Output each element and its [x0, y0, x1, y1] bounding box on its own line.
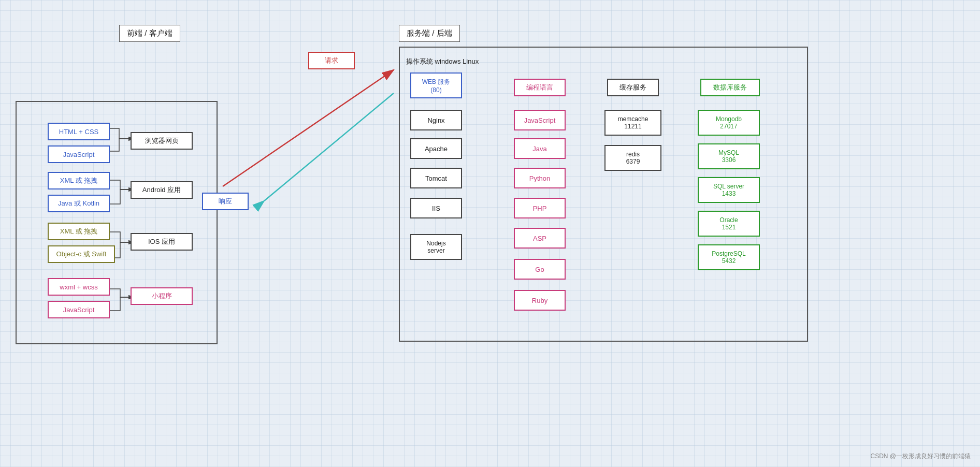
response-box: 响应 [202, 193, 249, 210]
tomcat-box: Tomcat [410, 168, 462, 188]
mini-box: 小程序 [131, 287, 193, 305]
xml1-box: XML 或 拖拽 [48, 172, 110, 189]
java-kotlin-box: Java 或 Kotlin [48, 195, 110, 212]
mongodb-box: Mongodb27017 [698, 110, 760, 136]
wxml-box: wxml + wcss [48, 278, 110, 296]
programming-lang-header: 编程语言 [514, 79, 566, 96]
browser-box: 浏览器网页 [131, 132, 193, 150]
request-box: 请求 [308, 52, 355, 69]
mysql-box: MySQL3306 [698, 143, 760, 169]
iis-box: IIS [410, 198, 462, 218]
oracle-box: Oracle1521 [698, 211, 760, 237]
svg-line-3 [264, 93, 394, 201]
svg-line-2 [223, 70, 394, 186]
memcache-box: memcache11211 [604, 110, 661, 136]
cache-header: 缓存服务 [607, 79, 659, 96]
nodejs-box: Nodejsserver [410, 234, 462, 260]
apache-box: Apache [410, 138, 462, 159]
client-box: HTML + CSS JavaScript 浏览器网页 XML 或 拖拽 Jav… [16, 101, 218, 344]
os-label: 操作系统 windows Linux [406, 57, 479, 66]
js2-box: JavaScript [48, 301, 110, 318]
js1-box: JavaScript [48, 145, 110, 163]
server-label: 服务端 / 后端 [399, 25, 460, 42]
ruby-lang-box: Ruby [514, 290, 566, 311]
sqlserver-box: SQL server1433 [698, 177, 760, 203]
python-lang-box: Python [514, 168, 566, 188]
client-label: 前端 / 客户端 [119, 25, 180, 42]
postgresql-box: PostgreSQL5432 [698, 244, 760, 270]
js-lang-box: JavaScript [514, 110, 566, 130]
watermark: CSDN @一枚形成良好习惯的前端猿 [870, 452, 971, 461]
java-lang-box: Java [514, 138, 566, 159]
redis-box: redis6379 [604, 145, 661, 171]
android-box: Android 应用 [131, 181, 193, 199]
asp-lang-box: ASP [514, 228, 566, 249]
xml2-box: XML 或 拖拽 [48, 223, 110, 240]
object-c-box: Object-c 或 Swift [48, 245, 115, 263]
nginx-box: Nginx [410, 110, 462, 130]
ios-box: IOS 应用 [131, 233, 193, 251]
database-header: 数据库服务 [700, 79, 760, 96]
go-lang-box: Go [514, 259, 566, 280]
server-box: 操作系统 windows Linux WEB 服务(80) 编程语言 缓存服务 … [399, 47, 808, 342]
web-service-box: WEB 服务(80) [410, 72, 462, 98]
php-lang-box: PHP [514, 198, 566, 218]
html-css-box: HTML + CSS [48, 123, 110, 140]
